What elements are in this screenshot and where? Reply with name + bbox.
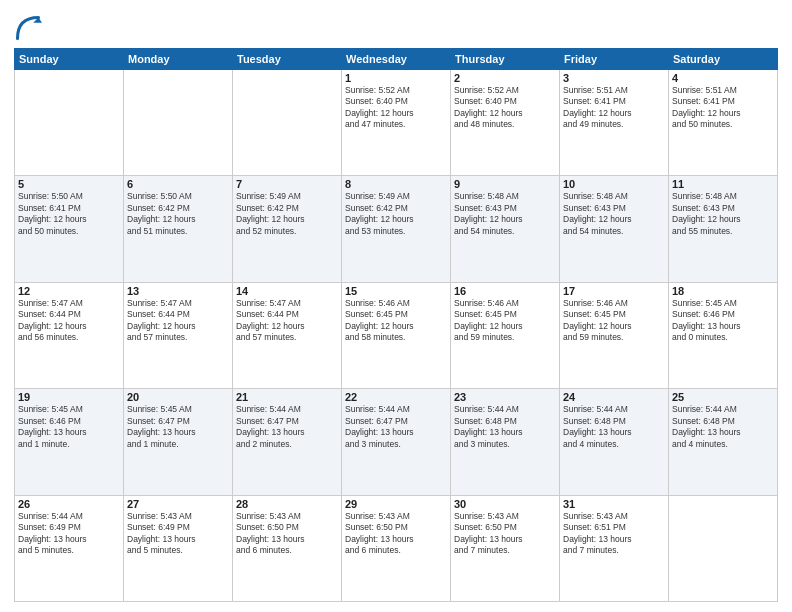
calendar-row-4: 19Sunrise: 5:45 AMSunset: 6:46 PMDayligh…: [15, 389, 778, 495]
day-info: Sunset: 6:43 PM: [672, 203, 774, 214]
day-info: Daylight: 12 hours: [345, 214, 447, 225]
calendar-cell: 2Sunrise: 5:52 AMSunset: 6:40 PMDaylight…: [451, 70, 560, 176]
day-number: 12: [18, 285, 120, 297]
day-info: Daylight: 13 hours: [345, 534, 447, 545]
day-info: Daylight: 12 hours: [454, 321, 556, 332]
calendar-cell: 12Sunrise: 5:47 AMSunset: 6:44 PMDayligh…: [15, 282, 124, 388]
day-info: and 3 minutes.: [454, 439, 556, 450]
day-info: Sunset: 6:42 PM: [127, 203, 229, 214]
calendar-cell: 18Sunrise: 5:45 AMSunset: 6:46 PMDayligh…: [669, 282, 778, 388]
weekday-header-wednesday: Wednesday: [342, 49, 451, 70]
calendar-cell: 8Sunrise: 5:49 AMSunset: 6:42 PMDaylight…: [342, 176, 451, 282]
calendar-cell: 7Sunrise: 5:49 AMSunset: 6:42 PMDaylight…: [233, 176, 342, 282]
day-info: Sunrise: 5:47 AM: [18, 298, 120, 309]
day-info: Sunrise: 5:51 AM: [563, 85, 665, 96]
day-info: and 58 minutes.: [345, 332, 447, 343]
day-info: and 6 minutes.: [236, 545, 338, 556]
calendar-cell: 26Sunrise: 5:44 AMSunset: 6:49 PMDayligh…: [15, 495, 124, 601]
calendar-cell: 3Sunrise: 5:51 AMSunset: 6:41 PMDaylight…: [560, 70, 669, 176]
day-info: Sunset: 6:41 PM: [563, 96, 665, 107]
calendar-cell: 21Sunrise: 5:44 AMSunset: 6:47 PMDayligh…: [233, 389, 342, 495]
day-info: Sunrise: 5:44 AM: [563, 404, 665, 415]
day-info: Sunset: 6:50 PM: [345, 522, 447, 533]
day-info: and 54 minutes.: [563, 226, 665, 237]
day-info: Daylight: 12 hours: [672, 214, 774, 225]
day-info: Sunset: 6:42 PM: [236, 203, 338, 214]
day-info: Sunrise: 5:51 AM: [672, 85, 774, 96]
day-info: and 52 minutes.: [236, 226, 338, 237]
day-info: and 57 minutes.: [127, 332, 229, 343]
calendar-cell: 4Sunrise: 5:51 AMSunset: 6:41 PMDaylight…: [669, 70, 778, 176]
day-info: Sunset: 6:46 PM: [672, 309, 774, 320]
day-info: Sunrise: 5:44 AM: [236, 404, 338, 415]
day-number: 8: [345, 178, 447, 190]
calendar-cell: 1Sunrise: 5:52 AMSunset: 6:40 PMDaylight…: [342, 70, 451, 176]
calendar-cell: 5Sunrise: 5:50 AMSunset: 6:41 PMDaylight…: [15, 176, 124, 282]
day-info: and 53 minutes.: [345, 226, 447, 237]
day-info: and 59 minutes.: [563, 332, 665, 343]
day-number: 2: [454, 72, 556, 84]
day-info: and 6 minutes.: [345, 545, 447, 556]
day-info: Daylight: 12 hours: [672, 108, 774, 119]
day-number: 27: [127, 498, 229, 510]
day-info: Daylight: 12 hours: [18, 321, 120, 332]
weekday-header-tuesday: Tuesday: [233, 49, 342, 70]
day-number: 16: [454, 285, 556, 297]
day-number: 5: [18, 178, 120, 190]
day-info: Sunrise: 5:48 AM: [454, 191, 556, 202]
calendar-cell: 29Sunrise: 5:43 AMSunset: 6:50 PMDayligh…: [342, 495, 451, 601]
day-info: Sunrise: 5:50 AM: [127, 191, 229, 202]
day-info: Sunset: 6:44 PM: [127, 309, 229, 320]
day-info: Daylight: 12 hours: [454, 214, 556, 225]
day-info: Sunset: 6:47 PM: [236, 416, 338, 427]
day-info: Daylight: 12 hours: [345, 108, 447, 119]
day-info: Daylight: 12 hours: [236, 321, 338, 332]
calendar-cell: 17Sunrise: 5:46 AMSunset: 6:45 PMDayligh…: [560, 282, 669, 388]
day-info: Sunrise: 5:44 AM: [672, 404, 774, 415]
day-number: 11: [672, 178, 774, 190]
day-number: 1: [345, 72, 447, 84]
calendar-cell: 27Sunrise: 5:43 AMSunset: 6:49 PMDayligh…: [124, 495, 233, 601]
calendar-cell: 25Sunrise: 5:44 AMSunset: 6:48 PMDayligh…: [669, 389, 778, 495]
day-number: 26: [18, 498, 120, 510]
day-info: Daylight: 13 hours: [345, 427, 447, 438]
day-info: Daylight: 13 hours: [563, 534, 665, 545]
day-info: Sunset: 6:45 PM: [345, 309, 447, 320]
day-info: Sunrise: 5:48 AM: [672, 191, 774, 202]
day-info: Sunrise: 5:47 AM: [127, 298, 229, 309]
day-info: Sunset: 6:42 PM: [345, 203, 447, 214]
day-info: and 0 minutes.: [672, 332, 774, 343]
day-info: Sunset: 6:40 PM: [454, 96, 556, 107]
day-info: Sunset: 6:43 PM: [563, 203, 665, 214]
day-info: and 57 minutes.: [236, 332, 338, 343]
calendar-cell: 19Sunrise: 5:45 AMSunset: 6:46 PMDayligh…: [15, 389, 124, 495]
day-info: Daylight: 13 hours: [563, 427, 665, 438]
day-info: Sunset: 6:41 PM: [672, 96, 774, 107]
calendar-cell: [124, 70, 233, 176]
day-number: 28: [236, 498, 338, 510]
day-info: Sunrise: 5:46 AM: [454, 298, 556, 309]
day-info: Sunrise: 5:48 AM: [563, 191, 665, 202]
day-info: Sunset: 6:43 PM: [454, 203, 556, 214]
page: SundayMondayTuesdayWednesdayThursdayFrid…: [0, 0, 792, 612]
day-number: 14: [236, 285, 338, 297]
day-info: Sunset: 6:46 PM: [18, 416, 120, 427]
day-info: Sunset: 6:49 PM: [18, 522, 120, 533]
day-info: and 5 minutes.: [18, 545, 120, 556]
day-info: and 7 minutes.: [563, 545, 665, 556]
day-info: Daylight: 12 hours: [345, 321, 447, 332]
day-info: Daylight: 13 hours: [672, 321, 774, 332]
calendar-cell: [15, 70, 124, 176]
day-info: Sunset: 6:44 PM: [18, 309, 120, 320]
day-number: 6: [127, 178, 229, 190]
weekday-header-monday: Monday: [124, 49, 233, 70]
day-info: Sunrise: 5:46 AM: [563, 298, 665, 309]
day-info: and 54 minutes.: [454, 226, 556, 237]
day-info: Daylight: 12 hours: [563, 108, 665, 119]
day-number: 25: [672, 391, 774, 403]
day-info: Daylight: 12 hours: [454, 108, 556, 119]
logo-icon: [14, 14, 42, 42]
calendar-cell: 11Sunrise: 5:48 AMSunset: 6:43 PMDayligh…: [669, 176, 778, 282]
day-info: and 50 minutes.: [672, 119, 774, 130]
day-info: Daylight: 12 hours: [236, 214, 338, 225]
